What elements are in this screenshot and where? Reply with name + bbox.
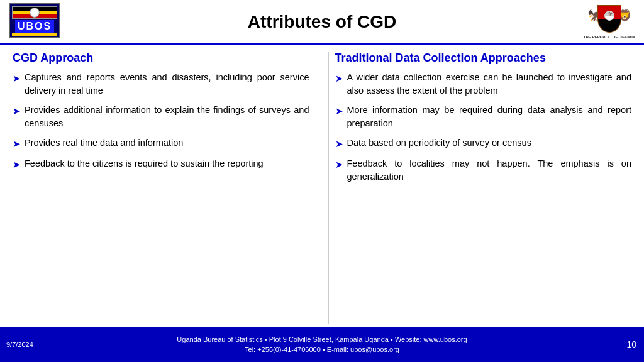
list-item: ➤ More information may be required durin… [335,104,632,130]
left-column: CGD Approach ➤ Captures and reports even… [13,52,316,324]
page-title: Attributes of CGD [248,12,396,32]
uganda-coat-of-arms: 🦅 🦅 🦁 THE REPUBLIC OF UGANDA [581,1,638,43]
republic-label: THE REPUBLIC OF UGANDA [584,35,635,40]
bullet-text: Feedback to localities may not happen. T… [347,157,632,184]
arrow-icon: ➤ [13,137,21,151]
header: UBOS Attributes of CGD 🦅 🦅 🦁 THE REPUBLI… [0,0,644,45]
bullet-text: Provides real time data and information [25,136,183,150]
bullet-text: Captures and reports events and disaster… [25,71,309,97]
left-bullet-list: ➤ Captures and reports events and disast… [13,71,309,172]
ubos-logo: UBOS [6,3,63,41]
bullet-text: Feedback to the citizens is required to … [25,157,264,170]
arrow-icon: ➤ [335,72,343,85]
left-column-heading: CGD Approach [13,52,309,65]
footer-center: Uganda Bureau of Statistics ▪ Plot 9 Col… [177,334,467,355]
list-item: ➤ Feedback to the citizens is required t… [13,157,309,172]
arrow-icon: ➤ [335,158,343,172]
footer-line2: Tel: +256(0)-41-4706000 ▪ E-mail: ubos@u… [177,344,467,355]
bullet-text: Provides additional information to expla… [25,104,309,130]
list-item: ➤ Captures and reports events and disast… [13,71,309,97]
arrow-icon: ➤ [13,104,21,118]
arrow-icon: ➤ [335,104,343,118]
list-item: ➤ Provides real time data and informatio… [13,136,309,151]
arrow-icon: ➤ [335,137,343,151]
main-content: CGD Approach ➤ Captures and reports even… [0,45,644,327]
arrow-icon: ➤ [13,72,21,85]
arrow-icon: ➤ [13,158,21,172]
bullet-text: Data based on periodicity of survey or c… [347,136,531,150]
list-item: ➤ Data based on periodicity of survey or… [335,136,632,151]
footer-line1: Uganda Bureau of Statistics ▪ Plot 9 Col… [177,334,467,345]
footer-page-number: 10 [626,339,636,349]
list-item: ➤ A wider data collection exercise can b… [335,71,632,97]
right-bullet-list: ➤ A wider data collection exercise can b… [335,71,632,184]
list-item: ➤ Feedback to localities may not happen.… [335,157,632,184]
bullet-text: A wider data collection exercise can be … [347,71,632,97]
right-column: Traditional Data Collection Approaches ➤… [328,52,632,324]
footer-date: 9/7/2024 [6,341,33,348]
footer: 9/7/2024 Uganda Bureau of Statistics ▪ P… [0,327,644,362]
list-item: ➤ Provides additional information to exp… [13,104,309,130]
right-column-heading: Traditional Data Collection Approaches [335,52,632,65]
bullet-text: More information may be required during … [347,104,632,130]
